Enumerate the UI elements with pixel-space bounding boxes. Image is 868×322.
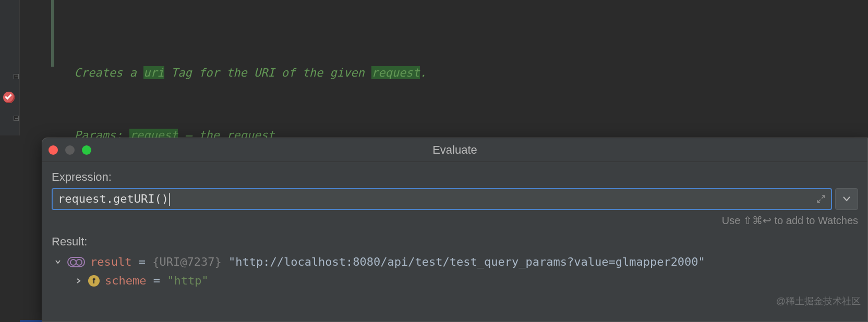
breakpoint-icon[interactable]: [3, 92, 15, 103]
watermark: @稀土掘金技术社区: [776, 295, 861, 307]
history-dropdown-button[interactable]: [835, 188, 858, 210]
expand-icon[interactable]: [816, 194, 826, 204]
evaluate-dialog: Evaluate Expression: request.getURI() Us…: [42, 138, 868, 322]
text-caret: [169, 193, 170, 206]
javadoc-line: Creates a uri Tag for the URI of the giv…: [20, 63, 868, 83]
fold-mark-icon[interactable]: [14, 116, 19, 121]
chevron-down-icon[interactable]: [54, 258, 62, 266]
fold-mark-icon[interactable]: [14, 74, 19, 79]
object-icon: [67, 257, 85, 267]
editor-gutter: [0, 0, 20, 135]
result-tree[interactable]: result = {URI@7237} "http://localhost:80…: [52, 253, 858, 290]
close-icon[interactable]: [49, 145, 58, 155]
dialog-title: Evaluate: [432, 143, 477, 156]
chevron-down-icon: [843, 196, 850, 202]
minimize-icon[interactable]: [65, 145, 75, 155]
window-controls: [49, 145, 91, 155]
dialog-titlebar[interactable]: Evaluate: [42, 138, 867, 162]
doc-indent-bar: [51, 0, 54, 67]
result-child-row[interactable]: f scheme = "http": [52, 271, 858, 290]
chevron-right-icon[interactable]: [75, 277, 83, 285]
code-editor[interactable]: Creates a uri Tag for the URI of the giv…: [0, 0, 868, 135]
field-icon: f: [88, 275, 100, 287]
expression-input[interactable]: request.getURI(): [52, 188, 832, 210]
expression-label: Expression:: [52, 170, 858, 184]
hint-text: Use ⇧⌘↩ to add to Watches: [52, 214, 858, 227]
result-row[interactable]: result = {URI@7237} "http://localhost:80…: [52, 253, 858, 271]
result-label: Result:: [52, 235, 858, 249]
zoom-icon[interactable]: [82, 145, 91, 155]
